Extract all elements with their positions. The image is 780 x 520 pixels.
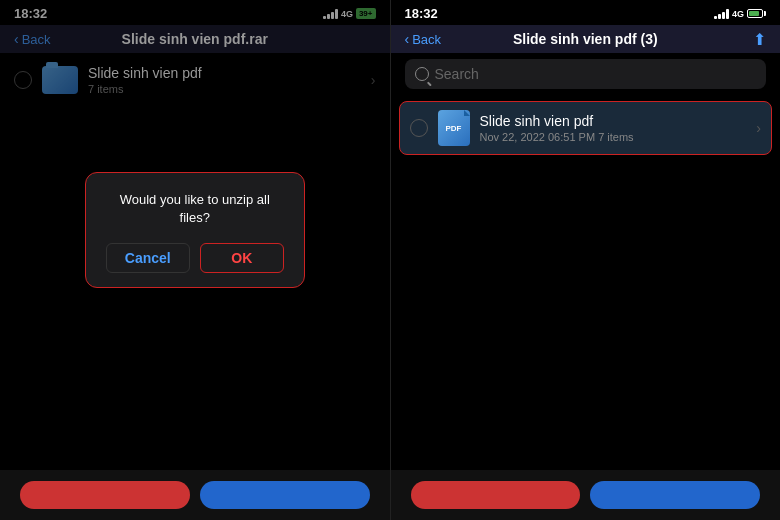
right-nav-bar: ‹ Back Slide sinh vien pdf (3) ⬆ [391, 25, 781, 53]
right-file-name: Slide sinh vien pdf [480, 113, 747, 129]
right-status-time: 18:32 [405, 6, 438, 21]
dialog-cancel-button[interactable]: Cancel [106, 243, 190, 273]
dialog-message: Would you like to unzip all files? [106, 191, 284, 227]
unzip-dialog: Would you like to unzip all files? Cance… [85, 172, 305, 288]
dialog-buttons: Cancel OK [106, 243, 284, 273]
right-file-radio-button[interactable] [410, 119, 428, 137]
left-bottom-blue-pill [200, 481, 370, 509]
dialog-overlay: Would you like to unzip all files? Cance… [0, 0, 390, 460]
left-bottom-red-pill [20, 481, 190, 509]
pdf-folder-icon: PDF [438, 110, 470, 146]
right-bottom-red-pill [411, 481, 581, 509]
right-file-info: Slide sinh vien pdf Nov 22, 2022 06:51 P… [480, 113, 747, 143]
right-network-type-icon: 4G [732, 9, 744, 19]
left-phone-panel: 18:32 4G 39+ ‹ Back Slide sinh vien pdf.… [0, 0, 391, 520]
right-file-list: PDF Slide sinh vien pdf Nov 22, 2022 06:… [391, 95, 781, 470]
search-icon [415, 67, 429, 81]
right-file-chevron-icon: › [756, 120, 761, 136]
right-bottom-blue-pill [590, 481, 760, 509]
right-bottom-bar [391, 470, 781, 520]
right-nav-title: Slide sinh vien pdf (3) [513, 31, 658, 47]
right-file-item[interactable]: PDF Slide sinh vien pdf Nov 22, 2022 06:… [399, 101, 773, 155]
right-back-chevron-icon: ‹ [405, 31, 410, 47]
right-status-icons: 4G [714, 9, 766, 19]
export-icon[interactable]: ⬆ [753, 30, 766, 49]
right-status-bar: 18:32 4G [391, 0, 781, 25]
right-battery-icon [747, 9, 766, 18]
search-bar[interactable]: Search [405, 59, 767, 89]
right-back-button[interactable]: ‹ Back [405, 31, 442, 47]
right-back-label: Back [412, 32, 441, 47]
right-file-meta: Nov 22, 2022 06:51 PM 7 items [480, 131, 747, 143]
right-signal-bars-icon [714, 9, 729, 19]
dialog-ok-button[interactable]: OK [200, 243, 284, 273]
search-placeholder-text: Search [435, 66, 479, 82]
left-bottom-bar [0, 470, 390, 520]
right-phone-panel: 18:32 4G ‹ Back Slide sinh vien pdf (3) … [391, 0, 781, 520]
